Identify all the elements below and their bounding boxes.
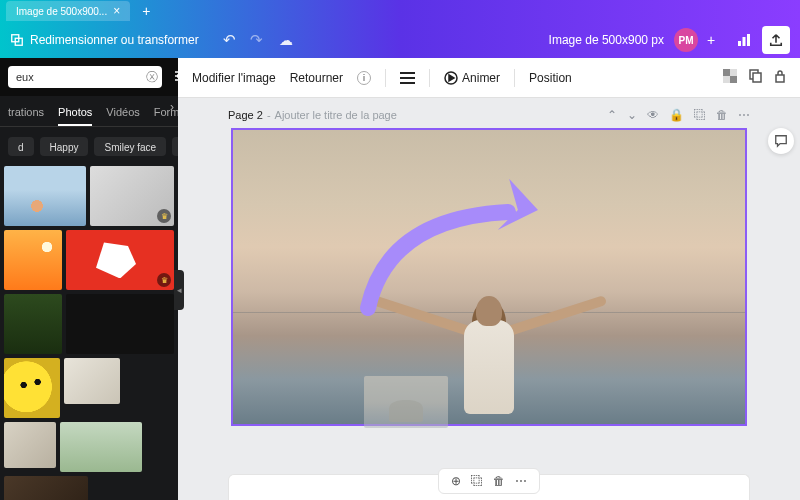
visibility-icon[interactable]: 👁 [647, 108, 659, 122]
page-separator: - [267, 109, 271, 121]
premium-icon: ♛ [157, 273, 171, 287]
figure-arm [371, 295, 477, 338]
svg-rect-17 [730, 76, 737, 83]
chip[interactable]: Smiley face [94, 137, 166, 156]
document-title[interactable]: Image de 500x900 px [549, 33, 664, 47]
photo-thumb[interactable] [4, 358, 60, 418]
svg-rect-16 [723, 69, 730, 76]
page-actions: ⌃ ⌄ 👁 🔒 ⿻ 🗑 ⋯ [607, 108, 750, 122]
svg-rect-19 [753, 73, 761, 82]
separator [385, 69, 386, 87]
app-topbar: Redimensionner ou transformer ↶ ↷ ☁ Imag… [0, 22, 800, 58]
svg-rect-11 [400, 72, 415, 74]
context-toolbar: Modifier l'image Retourner i Animer Posi… [178, 58, 800, 98]
animate-button[interactable]: Animer [444, 71, 500, 85]
position-button[interactable]: Position [529, 71, 572, 85]
document-tab[interactable]: Image de 500x900... × [6, 1, 130, 21]
photo-thumb[interactable] [4, 294, 62, 354]
canvas-area: Modifier l'image Retourner i Animer Posi… [178, 58, 800, 500]
photo-thumb[interactable] [4, 230, 62, 290]
separator [429, 69, 430, 87]
tab-title: Image de 500x900... [16, 6, 107, 17]
svg-rect-2 [738, 41, 741, 46]
add-collaborator-button[interactable]: + [702, 28, 720, 52]
lock-page-icon[interactable]: 🔒 [669, 108, 684, 122]
info-icon[interactable]: i [357, 71, 371, 85]
collapse-sidebar-button[interactable]: ◂ [174, 270, 184, 310]
redo-button[interactable]: ↷ [250, 31, 263, 49]
transparency-icon[interactable] [723, 69, 737, 86]
add-page-icon[interactable]: ⊕ [451, 474, 461, 488]
resize-icon [10, 33, 24, 47]
chevron-down-icon[interactable]: ⌄ [627, 108, 637, 122]
photo-thumb[interactable] [4, 166, 86, 226]
list-icon[interactable] [400, 72, 415, 84]
design-canvas[interactable] [231, 128, 747, 426]
duplicate-icon[interactable]: ⿻ [471, 474, 483, 488]
figure-body [464, 320, 514, 414]
photo-thumb[interactable] [60, 422, 142, 472]
page-title-input[interactable]: Ajouter le titre de la page [275, 109, 397, 121]
tabs-scroll-right-icon[interactable]: › [170, 100, 174, 114]
tab-photos[interactable]: Photos [58, 100, 92, 126]
chip[interactable]: Happy [40, 137, 89, 156]
avatar[interactable]: PM [674, 28, 698, 52]
figure-head [476, 296, 502, 326]
more-page-icon[interactable]: ⋯ [738, 108, 750, 122]
resize-transform-button[interactable]: Redimensionner ou transformer [10, 33, 199, 47]
media-tabs: trations Photos Vidéos Forme › [0, 96, 178, 127]
undo-button[interactable]: ↶ [223, 31, 236, 49]
svg-rect-4 [747, 34, 750, 46]
svg-rect-3 [743, 37, 746, 46]
svg-rect-12 [400, 77, 415, 79]
delete-page-icon[interactable]: 🗑 [716, 108, 728, 122]
collapse-page-icon[interactable]: ⌃ [607, 108, 617, 122]
tab-illustrations[interactable]: trations [8, 100, 44, 126]
photo-thumb[interactable] [64, 358, 120, 404]
page-number: Page 2 [228, 109, 263, 121]
page-header: Page 2 - Ajouter le titre de la page ⌃ ⌄… [178, 98, 800, 128]
photo-thumb[interactable]: ♛ [66, 230, 174, 290]
photo-thumb[interactable] [4, 422, 56, 468]
figure-arm [501, 295, 607, 338]
lock-icon[interactable] [774, 69, 786, 86]
photo-results: ♛ ♛ [0, 166, 178, 500]
analytics-icon[interactable] [730, 26, 758, 54]
photo-thumb[interactable] [4, 476, 88, 500]
suggestion-chips: d Happy Smiley face Hol [0, 127, 178, 166]
more-icon[interactable]: ⋯ [515, 474, 527, 488]
duplicate-page-icon[interactable]: ⿻ [694, 108, 706, 122]
photo-thumb[interactable] [66, 294, 174, 354]
tab-videos[interactable]: Vidéos [106, 100, 139, 126]
flip-button[interactable]: Retourner [290, 71, 343, 85]
browser-tabbar: Image de 500x900... × + [0, 0, 800, 22]
cloud-sync-icon[interactable]: ☁ [279, 32, 293, 48]
undo-redo-group: ↶ ↷ [223, 31, 263, 49]
comment-button[interactable] [768, 128, 794, 154]
canvas-wrap [178, 128, 800, 426]
search-row: ⓧ [0, 58, 178, 96]
svg-rect-13 [400, 82, 415, 84]
copy-style-icon[interactable] [749, 69, 762, 86]
drag-preview [364, 376, 448, 428]
sidebar: ⓧ trations Photos Vidéos Forme › d Happy… [0, 58, 178, 500]
chip[interactable]: d [8, 137, 34, 156]
resize-label: Redimensionner ou transformer [30, 33, 199, 47]
new-tab-button[interactable]: + [142, 3, 150, 19]
photo-thumb[interactable]: ♛ [90, 166, 174, 226]
canvas-quick-actions: ⊕ ⿻ 🗑 ⋯ [438, 468, 540, 494]
search-input[interactable] [8, 66, 162, 88]
premium-icon: ♛ [157, 209, 171, 223]
delete-icon[interactable]: 🗑 [493, 474, 505, 488]
svg-rect-20 [776, 75, 784, 82]
toolbar-right [723, 69, 786, 86]
edit-image-button[interactable]: Modifier l'image [192, 71, 276, 85]
animate-label: Animer [462, 71, 500, 85]
share-button[interactable] [762, 26, 790, 54]
separator [514, 69, 515, 87]
close-icon[interactable]: × [113, 4, 120, 18]
